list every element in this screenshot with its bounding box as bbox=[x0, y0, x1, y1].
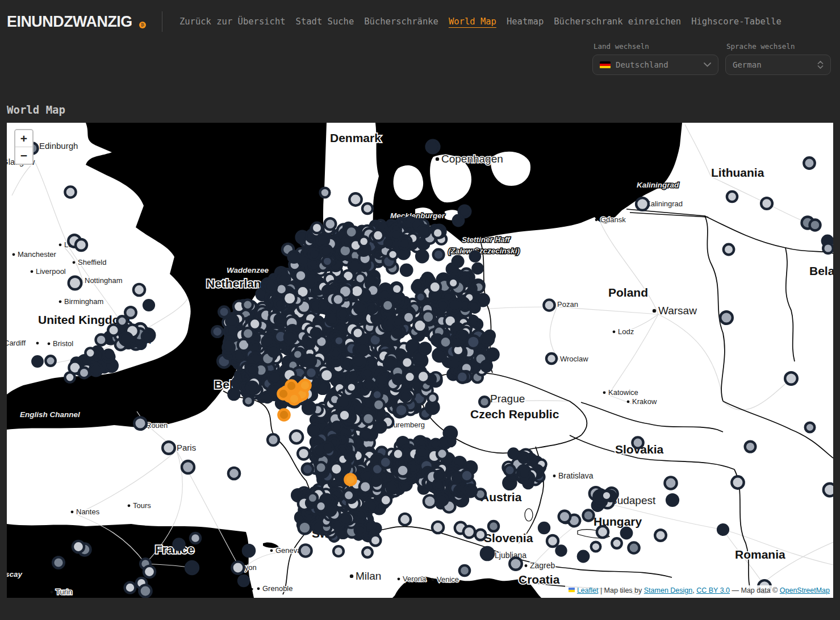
map-marker[interactable] bbox=[226, 315, 238, 327]
map-marker[interactable] bbox=[761, 198, 772, 209]
map-marker[interactable] bbox=[413, 280, 423, 290]
map-marker[interactable] bbox=[428, 393, 437, 403]
map-marker[interactable] bbox=[357, 343, 369, 356]
map-marker[interactable] bbox=[275, 314, 286, 325]
map-marker[interactable] bbox=[362, 547, 372, 557]
map-marker[interactable] bbox=[401, 265, 412, 276]
map-marker-orange[interactable] bbox=[279, 410, 290, 421]
language-select[interactable]: German bbox=[725, 55, 831, 75]
map-marker[interactable] bbox=[602, 491, 612, 501]
map-marker[interactable] bbox=[299, 544, 311, 556]
map-marker[interactable] bbox=[299, 522, 311, 534]
map-marker[interactable] bbox=[244, 396, 253, 406]
map-marker[interactable] bbox=[488, 521, 499, 531]
map-marker[interactable] bbox=[547, 535, 558, 547]
map-marker-orange[interactable] bbox=[289, 394, 300, 405]
map-marker[interactable] bbox=[361, 429, 372, 440]
map-marker[interactable] bbox=[422, 311, 434, 323]
map-marker[interactable] bbox=[433, 349, 446, 362]
einundzwanzig-logo[interactable]: EINUNDZWANZIG ₿ bbox=[7, 14, 146, 30]
map-marker[interactable] bbox=[308, 493, 317, 503]
map-marker[interactable] bbox=[481, 547, 494, 560]
map-marker[interactable] bbox=[346, 226, 357, 238]
world-map[interactable]: English ChannelscayMecklenburgerBuchtSte… bbox=[7, 123, 833, 598]
map-marker[interactable] bbox=[823, 243, 833, 253]
map-marker[interactable] bbox=[557, 546, 566, 556]
map-marker[interactable] bbox=[340, 514, 351, 525]
map-marker[interactable] bbox=[404, 372, 415, 382]
map-marker[interactable] bbox=[186, 561, 198, 574]
map-marker[interactable] bbox=[393, 317, 403, 327]
map-marker[interactable] bbox=[453, 215, 463, 226]
map-marker[interactable] bbox=[108, 324, 119, 336]
map-marker[interactable] bbox=[290, 431, 303, 443]
map-marker[interactable] bbox=[612, 538, 621, 548]
map-marker[interactable] bbox=[232, 561, 244, 573]
map-marker[interactable] bbox=[475, 530, 486, 540]
map-marker[interactable] bbox=[824, 484, 833, 496]
map-marker[interactable] bbox=[182, 461, 194, 473]
map-marker[interactable] bbox=[332, 294, 344, 305]
map-marker[interactable] bbox=[319, 301, 329, 311]
map-marker[interactable] bbox=[388, 250, 398, 260]
map-marker[interactable] bbox=[331, 463, 342, 475]
map-marker[interactable] bbox=[397, 465, 409, 477]
nav-link-world-map[interactable]: World Map bbox=[449, 16, 496, 27]
zoom-out-button[interactable]: − bbox=[15, 147, 32, 164]
map-marker[interactable] bbox=[665, 477, 676, 489]
map-marker[interactable] bbox=[309, 249, 320, 260]
map-marker[interactable] bbox=[393, 375, 403, 384]
map-marker[interactable] bbox=[370, 475, 381, 485]
map-marker[interactable] bbox=[228, 468, 240, 479]
map-marker[interactable] bbox=[403, 312, 415, 323]
map-marker[interactable] bbox=[437, 448, 448, 459]
map-marker[interactable] bbox=[315, 462, 326, 473]
map-marker[interactable] bbox=[96, 335, 107, 346]
map-marker[interactable] bbox=[373, 399, 385, 410]
map-marker[interactable] bbox=[243, 545, 254, 556]
map-marker[interactable] bbox=[246, 382, 258, 393]
attribution-link-cc-by-3-0[interactable]: CC BY 3.0 bbox=[696, 586, 730, 594]
map-marker[interactable] bbox=[79, 368, 89, 378]
map-marker[interactable] bbox=[374, 421, 386, 432]
map-marker[interactable] bbox=[464, 485, 477, 497]
map-marker[interactable] bbox=[133, 284, 145, 296]
map-marker[interactable] bbox=[621, 528, 632, 538]
map-marker[interactable] bbox=[461, 470, 473, 482]
map-marker[interactable] bbox=[76, 239, 87, 251]
map-marker[interactable] bbox=[727, 192, 737, 202]
map-marker[interactable] bbox=[139, 585, 151, 597]
map-marker[interactable] bbox=[353, 355, 365, 368]
map-marker[interactable] bbox=[295, 270, 307, 281]
map-marker[interactable] bbox=[85, 348, 95, 357]
map-marker[interactable] bbox=[380, 456, 391, 468]
map-marker[interactable] bbox=[311, 328, 321, 339]
map-marker[interactable] bbox=[352, 327, 363, 338]
map-marker[interactable] bbox=[69, 277, 82, 290]
map-marker[interactable] bbox=[45, 356, 55, 365]
map-marker[interactable] bbox=[457, 371, 468, 382]
map-marker[interactable] bbox=[223, 342, 234, 353]
map-marker[interactable] bbox=[365, 521, 375, 531]
map-marker[interactable] bbox=[333, 546, 344, 556]
map-marker[interactable] bbox=[720, 311, 733, 324]
map-marker[interactable] bbox=[628, 542, 639, 553]
map-marker[interactable] bbox=[228, 389, 239, 400]
map-marker[interactable] bbox=[487, 349, 498, 360]
map-marker[interactable] bbox=[65, 186, 76, 197]
map-marker[interactable] bbox=[239, 576, 249, 586]
map-marker[interactable] bbox=[312, 223, 322, 233]
nav-link-heatmap[interactable]: Heatmap bbox=[507, 16, 544, 27]
map-marker[interactable] bbox=[320, 369, 333, 381]
map-marker[interactable] bbox=[359, 236, 369, 246]
map-marker[interactable] bbox=[479, 397, 490, 407]
map-marker[interactable] bbox=[332, 422, 342, 431]
map-marker[interactable] bbox=[810, 220, 821, 231]
map-marker[interactable] bbox=[243, 299, 253, 310]
nav-link-stadt-suche[interactable]: Stadt Suche bbox=[296, 16, 354, 27]
map-marker-orange[interactable] bbox=[345, 475, 356, 485]
map-marker[interactable] bbox=[144, 300, 154, 310]
attribution-link-stamen-design[interactable]: Stamen Design bbox=[644, 586, 692, 594]
map-marker[interactable] bbox=[362, 368, 373, 378]
map-marker[interactable] bbox=[362, 413, 374, 425]
